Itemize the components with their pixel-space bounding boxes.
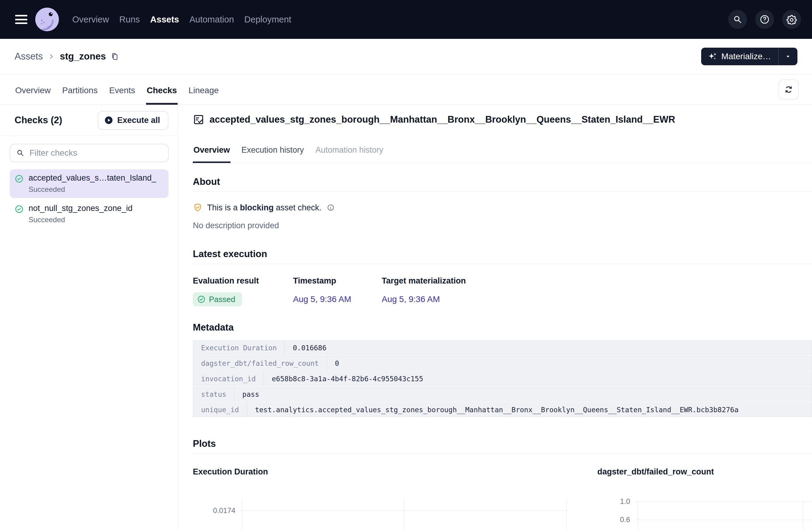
nav-deployment[interactable]: Deployment xyxy=(244,15,291,25)
top-nav: Overview Runs Assets Automation Deployme… xyxy=(0,0,812,39)
checks-sidebar: Checks (2) Execute all xyxy=(0,105,178,530)
metadata-table: Execution Duration 0.016686 dagster_dbt/… xyxy=(193,340,812,417)
nav-overview[interactable]: Overview xyxy=(72,15,109,25)
check-name: not_null_stg_zones_zone_id xyxy=(29,204,164,213)
metadata-value: e658b8c8-3a1a-4b4f-82b6-4c955043c155 xyxy=(264,371,812,386)
asset-tabs: Overview Partitions Events Checks Lineag… xyxy=(0,74,812,105)
checks-count-title: Checks (2) xyxy=(15,115,62,126)
checks-sidebar-header: Checks (2) Execute all xyxy=(0,105,177,136)
check-circle-icon xyxy=(197,295,206,304)
caret-down-icon xyxy=(784,53,792,60)
metadata-row: dagster_dbt/failed_row_count 0 xyxy=(193,356,812,371)
help-button[interactable] xyxy=(755,10,774,29)
column-target-materialization: Target materialization xyxy=(382,276,466,286)
chart-execution-duration: Execution Duration 0.0174 xyxy=(193,467,597,530)
search-icon xyxy=(733,15,742,24)
copy-icon[interactable] xyxy=(110,52,119,61)
latest-execution-columns: Evaluation result Timestamp Target mater… xyxy=(193,276,812,286)
search-button[interactable] xyxy=(728,10,747,29)
y-axis-tick-label: 0.6 xyxy=(597,515,630,524)
filter-checks-input[interactable] xyxy=(29,148,162,158)
hamburger-menu-icon[interactable] xyxy=(15,15,27,24)
tab-overview[interactable]: Overview xyxy=(15,86,51,104)
check-detail-tabs: Overview Execution history Automation hi… xyxy=(193,145,812,163)
tab-events[interactable]: Events xyxy=(108,86,136,104)
gridline xyxy=(566,499,567,530)
shield-check-icon xyxy=(193,203,203,212)
chart-title: dagster_dbt/failed_row_count xyxy=(597,467,812,476)
metadata-value: test.analytics.accepted_values_stg_zones… xyxy=(247,402,812,417)
tab-lineage[interactable]: Lineage xyxy=(188,86,220,104)
check-status: Succeeded xyxy=(29,185,164,194)
materialize-dropdown-button[interactable] xyxy=(779,48,797,65)
no-description-text: No description provided xyxy=(193,221,812,231)
check-detail-panel: accepted_values_stg_zones_borough__Manha… xyxy=(178,105,812,530)
section-divider xyxy=(193,264,812,264)
refresh-button[interactable] xyxy=(779,79,799,100)
nav-runs[interactable]: Runs xyxy=(119,15,140,25)
nav-automation[interactable]: Automation xyxy=(189,15,234,25)
latest-execution-values: Passed Aug 5, 9:36 AM Aug 5, 9:36 AM xyxy=(193,292,812,306)
section-divider xyxy=(193,192,812,192)
tab-checks[interactable]: Checks xyxy=(146,86,178,104)
check-title-row: accepted_values_stg_zones_borough__Manha… xyxy=(193,114,812,126)
chevron-right-icon xyxy=(48,53,55,60)
checks-sidebar-body: accepted_values_s…taten_Island_ Succeede… xyxy=(0,136,177,228)
check-circle-icon xyxy=(15,205,29,224)
section-divider xyxy=(193,454,812,454)
metadata-key: Execution Duration xyxy=(193,341,285,355)
metadata-row: Execution Duration 0.016686 xyxy=(193,340,812,355)
check-name: accepted_values_s…taten_Island_ xyxy=(29,173,164,183)
gridline xyxy=(240,511,567,511)
target-materialization-link[interactable]: Aug 5, 9:36 AM xyxy=(382,294,440,304)
plots-charts-row: Execution Duration 0.0174 dagster_dbt/fa… xyxy=(193,467,812,530)
plots-heading: Plots xyxy=(193,438,812,449)
asset-check-icon xyxy=(193,114,204,126)
gridline xyxy=(635,520,812,520)
play-circle-icon xyxy=(104,116,113,125)
check-title: accepted_values_stg_zones_borough__Manha… xyxy=(209,114,675,125)
checks-list: accepted_values_s…taten_Island_ Succeede… xyxy=(10,170,169,228)
metadata-value: 0 xyxy=(327,356,812,370)
y-axis-tick-label: 1.0 xyxy=(597,497,630,506)
blocking-note: This is a blocking asset check. xyxy=(193,203,812,212)
y-axis-tick-label: 0.0174 xyxy=(193,506,235,515)
axis-line xyxy=(242,499,242,530)
metadata-row: invocation_id e658b8c8-3a1a-4b4f-82b6-4c… xyxy=(193,371,812,386)
chart-title: Execution Duration xyxy=(193,467,597,476)
metadata-key: unique_id xyxy=(193,402,247,417)
filter-checks-box xyxy=(10,144,169,162)
nav-assets[interactable]: Assets xyxy=(150,15,179,25)
info-icon[interactable] xyxy=(327,204,335,211)
about-heading: About xyxy=(193,176,812,187)
execute-all-button[interactable]: Execute all xyxy=(98,111,168,130)
materialize-split-button: Materialize… xyxy=(701,48,797,65)
column-timestamp: Timestamp xyxy=(293,276,382,286)
column-evaluation-result: Evaluation result xyxy=(193,276,293,286)
asset-header-row: Assets stg_zones Materialize… xyxy=(0,39,812,74)
gear-icon xyxy=(786,14,797,25)
top-nav-actions xyxy=(728,10,801,29)
axis-line xyxy=(638,501,638,530)
settings-button[interactable] xyxy=(782,10,801,29)
check-list-item[interactable]: accepted_values_s…taten_Island_ Succeede… xyxy=(10,170,169,198)
dagster-logo[interactable] xyxy=(34,7,59,32)
metadata-value: 0.016686 xyxy=(285,341,812,355)
tab-execution-history[interactable]: Execution history xyxy=(241,145,305,163)
gridline xyxy=(635,501,812,502)
execute-all-label: Execute all xyxy=(117,116,160,125)
tab-check-overview[interactable]: Overview xyxy=(193,145,231,163)
materialize-label: Materialize… xyxy=(722,51,771,61)
check-circle-icon xyxy=(15,174,29,194)
check-list-item[interactable]: not_null_stg_zones_zone_id Succeeded xyxy=(10,200,169,228)
dagster-app: Overview Runs Assets Automation Deployme… xyxy=(0,0,812,530)
materialize-button[interactable]: Materialize… xyxy=(701,48,778,65)
breadcrumb-current: stg_zones xyxy=(60,51,106,62)
refresh-icon xyxy=(784,85,794,94)
metadata-key: status xyxy=(193,387,234,401)
tab-partitions[interactable]: Partitions xyxy=(62,86,98,104)
breadcrumb-assets-link[interactable]: Assets xyxy=(15,51,43,62)
tab-automation-history[interactable]: Automation history xyxy=(315,145,384,163)
timestamp-link[interactable]: Aug 5, 9:36 AM xyxy=(293,294,351,304)
passed-badge: Passed xyxy=(193,292,242,306)
